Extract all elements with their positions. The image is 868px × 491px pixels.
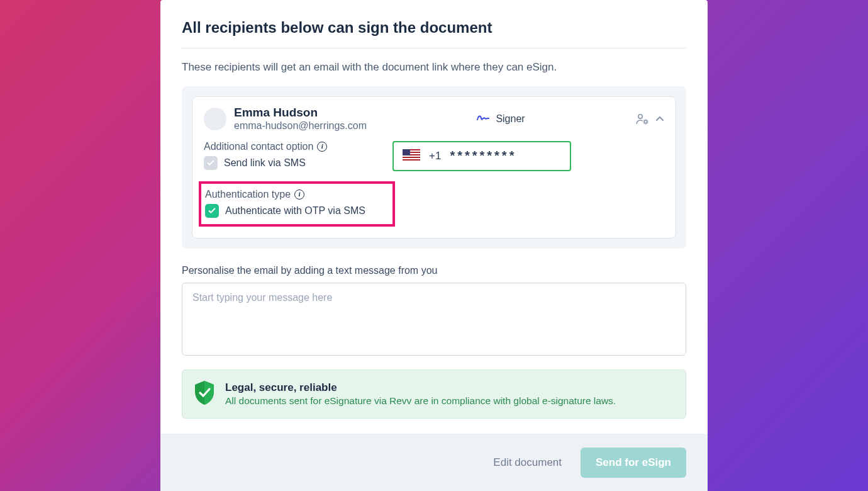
svg-rect-6 <box>403 158 420 159</box>
recipient-card: Emma Hudson emma-hudson@herrings.com Sig… <box>192 96 676 239</box>
phone-input[interactable]: +1 ********* <box>392 141 571 171</box>
auth-type-label: Authentication type i <box>205 189 389 200</box>
esign-modal: All recipients below can sign the docume… <box>160 0 708 491</box>
dial-code: +1 <box>429 150 441 162</box>
chevron-up-icon[interactable] <box>655 116 664 122</box>
recipient-role[interactable]: Signer <box>477 112 525 125</box>
recipient-name: Emma Hudson <box>234 106 367 120</box>
recipient-email: emma-hudson@herrings.com <box>234 120 367 132</box>
send-for-esign-button[interactable]: Send for eSign <box>581 448 686 478</box>
signature-icon <box>477 112 489 125</box>
checkbox-checked-icon <box>205 204 219 218</box>
auth-otp-label: Authenticate with OTP via SMS <box>225 205 365 217</box>
recipients-container: Emma Hudson emma-hudson@herrings.com Sig… <box>182 86 686 249</box>
legal-banner: Legal, secure, reliable All documents se… <box>182 370 686 419</box>
flag-us-icon[interactable] <box>403 149 420 163</box>
contact-option-label: Additional contact option i <box>204 141 380 152</box>
message-label: Personalise the email by adding a text m… <box>182 265 686 276</box>
svg-rect-7 <box>403 149 410 155</box>
modal-subtitle: These recipients will get an email with … <box>182 61 686 74</box>
contact-option-row: Additional contact option i Send link vi… <box>204 141 664 171</box>
recipient-settings-icon[interactable] <box>635 113 649 125</box>
modal-title: All recipients below can sign the docume… <box>182 19 686 48</box>
svg-rect-5 <box>403 155 420 157</box>
role-label: Signer <box>496 113 525 125</box>
info-icon[interactable]: i <box>294 189 304 200</box>
svg-point-0 <box>638 114 642 118</box>
contact-option-block: Additional contact option i Send link vi… <box>204 141 380 171</box>
legal-title: Legal, secure, reliable <box>225 381 616 394</box>
checkbox-unchecked-icon <box>204 156 218 170</box>
svg-point-1 <box>644 120 647 123</box>
phone-masked: ********* <box>450 149 516 163</box>
shield-check-icon <box>194 380 215 408</box>
card-actions <box>635 113 664 125</box>
modal-footer: Edit document Send for eSign <box>160 434 708 492</box>
recipient-identity: Emma Hudson emma-hudson@herrings.com <box>204 106 367 132</box>
message-input[interactable] <box>182 283 686 356</box>
modal-body: All recipients below can sign the docume… <box>160 0 708 434</box>
avatar <box>204 108 226 130</box>
auth-otp-checkbox[interactable]: Authenticate with OTP via SMS <box>205 204 389 218</box>
edit-document-button[interactable]: Edit document <box>493 456 562 469</box>
recipient-header: Emma Hudson emma-hudson@herrings.com Sig… <box>204 106 664 132</box>
sms-link-checkbox[interactable]: Send link via SMS <box>204 156 380 170</box>
info-icon[interactable]: i <box>317 142 327 152</box>
legal-subtitle: All documents sent for eSignature via Re… <box>225 395 616 407</box>
sms-link-label: Send link via SMS <box>224 157 306 169</box>
auth-type-highlight: Authentication type i Authenticate with … <box>199 181 395 227</box>
